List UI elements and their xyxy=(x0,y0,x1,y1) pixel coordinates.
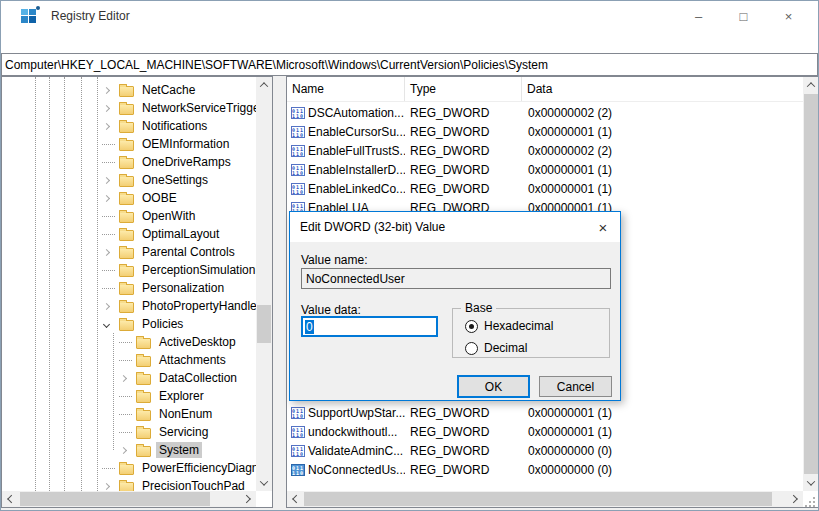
value-row[interactable]: undockwithoutl... REG_DWORD 0x00000001 (… xyxy=(287,422,803,441)
value-data-field[interactable]: 0 xyxy=(301,316,438,337)
tree-hscroll-thumb[interactable] xyxy=(20,492,210,506)
value-row[interactable]: EnableCursorSu... REG_DWORD 0x00000001 (… xyxy=(287,122,803,141)
scroll-up-icon[interactable] xyxy=(803,77,819,93)
value-row[interactable]: DSCAutomation... REG_DWORD 0x00000002 (2… xyxy=(287,103,803,122)
tree-item[interactable]: OOBE xyxy=(2,189,256,207)
expander-icon[interactable] xyxy=(102,162,119,163)
tree-item[interactable]: NetworkServiceTriggers xyxy=(2,99,256,117)
value-row[interactable]: EnableFullTrustS... REG_DWORD 0x00000002… xyxy=(287,141,803,160)
tree-item-label: PrecisionTouchPad xyxy=(139,478,248,491)
folder-icon xyxy=(119,320,134,331)
expander-icon[interactable] xyxy=(119,432,136,433)
menu-item[interactable] xyxy=(23,40,29,44)
menu-item[interactable] xyxy=(55,40,61,44)
column-header-data[interactable]: Data xyxy=(522,77,803,101)
tree-horizontal-scrollbar[interactable] xyxy=(2,491,256,507)
tree-item[interactable]: NetCache xyxy=(2,81,256,99)
tree-item[interactable]: OEMInformation xyxy=(2,135,256,153)
folder-icon xyxy=(119,266,134,277)
tree-item[interactable]: Personalization xyxy=(2,279,256,297)
tree-item[interactable]: Servicing xyxy=(2,423,256,441)
expander-icon[interactable] xyxy=(119,396,136,397)
tree-item-label: DataCollection xyxy=(156,370,240,386)
tree-item[interactable]: PhotoPropertyHandler xyxy=(2,297,256,315)
resize-grip[interactable] xyxy=(805,497,815,507)
value-name-label: Value name: xyxy=(301,253,368,267)
tree-item-label: OptimalLayout xyxy=(139,226,222,242)
list-vscroll-thumb[interactable] xyxy=(804,94,818,474)
expander-icon[interactable] xyxy=(119,342,136,343)
tree-item-label: Notifications xyxy=(139,118,210,134)
dialog-close-icon[interactable]: × xyxy=(586,212,620,242)
value-name: ValidateAdminC... xyxy=(308,444,403,458)
scroll-up-icon[interactable] xyxy=(256,77,272,93)
expander-icon[interactable] xyxy=(119,360,136,361)
expander-icon[interactable] xyxy=(102,106,119,111)
expander-icon[interactable] xyxy=(102,88,119,93)
expander-icon[interactable] xyxy=(102,234,119,235)
list-horizontal-scrollbar[interactable] xyxy=(287,491,803,507)
expander-icon[interactable] xyxy=(119,376,136,381)
cancel-button[interactable]: Cancel xyxy=(539,376,612,397)
menu-item[interactable] xyxy=(71,40,77,44)
value-row[interactable]: SupportUwpStar... REG_DWORD 0x00000001 (… xyxy=(287,403,803,422)
list-hscroll-thumb[interactable] xyxy=(304,492,772,506)
minimize-button[interactable]: – xyxy=(676,1,721,31)
tree-item[interactable]: Parental Controls xyxy=(2,243,256,261)
value-row[interactable]: EnableInstallerD... REG_DWORD 0x00000001… xyxy=(287,160,803,179)
tree-item[interactable]: ActiveDesktop xyxy=(2,333,256,351)
value-row[interactable]: ValidateAdminC... REG_DWORD 0x00000000 (… xyxy=(287,441,803,460)
tree-item[interactable]: OpenWith xyxy=(2,207,256,225)
tree-item[interactable]: DataCollection xyxy=(2,369,256,387)
base-radio[interactable]: Hexadecimal xyxy=(465,319,553,333)
pane-splitter[interactable] xyxy=(273,76,286,508)
expander-icon[interactable] xyxy=(102,484,119,489)
tree-item[interactable]: Explorer xyxy=(2,387,256,405)
scroll-right-icon[interactable] xyxy=(240,491,256,507)
tree-item[interactable]: OneSettings xyxy=(2,171,256,189)
tree-item[interactable]: Policies xyxy=(2,315,256,333)
expander-icon[interactable] xyxy=(102,270,119,271)
tree-item[interactable]: OptimalLayout xyxy=(2,225,256,243)
scroll-down-icon[interactable] xyxy=(256,475,272,491)
expander-icon[interactable] xyxy=(102,178,119,183)
tree-item[interactable]: Notifications xyxy=(2,117,256,135)
expander-icon[interactable] xyxy=(102,468,119,469)
base-radio[interactable]: Decimal xyxy=(465,341,527,355)
close-button[interactable]: × xyxy=(766,1,811,31)
tree-vertical-scrollbar[interactable] xyxy=(256,77,272,491)
scroll-left-icon[interactable] xyxy=(287,491,303,507)
menu-item[interactable] xyxy=(7,40,13,44)
expander-icon[interactable] xyxy=(102,124,119,129)
value-row[interactable]: EnableLinkedCo... REG_DWORD 0x00000001 (… xyxy=(287,179,803,198)
expander-icon[interactable] xyxy=(102,288,119,289)
expander-icon[interactable] xyxy=(102,196,119,201)
expander-icon[interactable] xyxy=(102,322,119,327)
scroll-down-icon[interactable] xyxy=(803,475,819,491)
expander-icon[interactable] xyxy=(102,250,119,255)
tree-item[interactable]: PerceptionSimulationEx xyxy=(2,261,256,279)
tree-vscroll-thumb[interactable] xyxy=(257,305,271,343)
value-row[interactable]: NoConnectedUs... REG_DWORD 0x00000000 (0… xyxy=(287,460,803,479)
tree-item[interactable]: PrecisionTouchPad xyxy=(2,477,256,491)
expander-icon[interactable] xyxy=(102,304,119,309)
maximize-button[interactable]: □ xyxy=(721,1,766,31)
tree-item[interactable]: Attachments xyxy=(2,351,256,369)
tree-item[interactable]: System xyxy=(2,441,256,459)
menu-item[interactable] xyxy=(39,40,45,44)
column-header-type[interactable]: Type xyxy=(405,77,522,101)
list-vertical-scrollbar[interactable] xyxy=(803,77,819,491)
expander-icon[interactable] xyxy=(119,414,136,415)
address-bar[interactable]: Computer\HKEY_LOCAL_MACHINE\SOFTWARE\Mic… xyxy=(1,53,818,76)
tree-item[interactable]: NonEnum xyxy=(2,405,256,423)
scroll-left-icon[interactable] xyxy=(2,491,18,507)
expander-icon[interactable] xyxy=(102,144,119,145)
value-name-field[interactable]: NoConnectedUser xyxy=(301,268,611,289)
tree-item[interactable]: OneDriveRamps xyxy=(2,153,256,171)
column-header-name[interactable]: Name xyxy=(287,77,405,101)
tree-item[interactable]: PowerEfficiencyDiagno xyxy=(2,459,256,477)
ok-button[interactable]: OK xyxy=(457,375,530,398)
expander-icon[interactable] xyxy=(119,448,136,453)
expander-icon[interactable] xyxy=(102,216,119,217)
scroll-right-icon[interactable] xyxy=(787,491,803,507)
